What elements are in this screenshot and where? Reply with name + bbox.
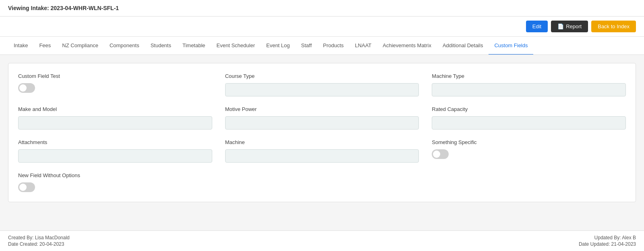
tab-event-scheduler[interactable]: Event Scheduler [211,37,261,55]
tab-fees[interactable]: Fees [33,37,56,55]
tab-additional-details[interactable]: Additional Details [437,37,489,55]
field-group-motive-power: Motive Power [225,106,419,130]
field-label-something-specific: Something Specific [432,139,626,145]
input-attachments[interactable] [18,149,212,163]
back-to-index-button[interactable]: Back to Index [591,21,636,32]
report-icon: 📄 [557,23,564,29]
toggle-something-specific[interactable] [432,149,449,159]
input-make-and-model[interactable] [18,116,212,130]
field-label-new-field-without-options: New Field Without Options [18,172,212,178]
input-course-type[interactable] [225,83,419,96]
field-group-course-type: Course Type [225,73,419,96]
main-content: Custom Field Test Course Type Machine Ty… [0,55,644,210]
tab-staff[interactable]: Staff [296,37,318,55]
field-label-attachments: Attachments [18,139,212,145]
tab-event-log[interactable]: Event Log [261,37,296,55]
toggle-new-field-without-options[interactable] [18,182,35,192]
toolbar: Edit 📄 Report Back to Index [0,17,644,37]
input-rated-capacity[interactable] [432,116,626,130]
input-machine[interactable] [225,149,419,163]
edit-button[interactable]: Edit [526,21,548,32]
field-group-make-and-model: Make and Model [18,106,212,130]
field-label-machine: Machine [225,139,419,145]
tab-lnaat[interactable]: LNAAT [349,37,377,55]
tab-intake[interactable]: Intake [8,37,33,55]
field-label-motive-power: Motive Power [225,106,419,112]
tab-products[interactable]: Products [317,37,349,55]
field-label-course-type: Course Type [225,73,419,79]
top-bar: Viewing Intake: 2023-04-WHR-WLN-SFL-1 [0,0,644,17]
field-label-machine-type: Machine Type [432,73,626,79]
tab-timetable[interactable]: Timetable [177,37,211,55]
field-group-rated-capacity: Rated Capacity [432,106,626,130]
page-title: Viewing Intake: 2023-04-WHR-WLN-SFL-1 [8,5,119,11]
field-group-new-field-without-options: New Field Without Options [18,172,212,192]
custom-fields-card: Custom Field Test Course Type Machine Ty… [8,63,636,202]
report-button-label: Report [566,23,582,29]
field-label-custom-field-test: Custom Field Test [18,73,212,79]
field-label-rated-capacity: Rated Capacity [432,106,626,112]
field-group-machine-type: Machine Type [432,73,626,96]
field-label-make-and-model: Make and Model [18,106,212,112]
field-group-machine: Machine [225,139,419,163]
field-group-attachments: Attachments [18,139,212,163]
fields-grid: Custom Field Test Course Type Machine Ty… [18,73,626,192]
report-button[interactable]: 📄 Report [551,21,588,32]
tab-nz-compliance[interactable]: NZ Compliance [56,37,104,55]
tabs-container: Intake Fees NZ Compliance Components Stu… [0,37,644,55]
tab-achievements-matrix[interactable]: Achievements Matrix [377,37,437,55]
tab-custom-fields[interactable]: Custom Fields [489,37,533,55]
field-group-custom-field-test: Custom Field Test [18,73,212,96]
input-machine-type[interactable] [432,83,626,96]
field-group-something-specific: Something Specific [432,139,626,163]
toggle-custom-field-test[interactable] [18,83,35,93]
input-motive-power[interactable] [225,116,419,130]
tab-students[interactable]: Students [145,37,177,55]
tab-components[interactable]: Components [104,37,145,55]
